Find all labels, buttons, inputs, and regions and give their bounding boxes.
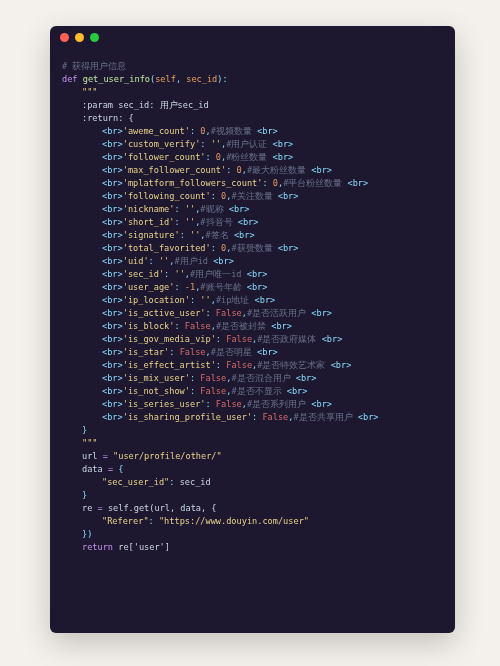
close-icon[interactable]	[60, 33, 69, 42]
window-titlebar	[50, 26, 455, 48]
code-block: # 获得用户信息def get_user_info(self, sec_id):…	[62, 60, 445, 621]
code-window: # 获得用户信息def get_user_info(self, sec_id):…	[50, 26, 455, 633]
minimize-icon[interactable]	[75, 33, 84, 42]
zoom-icon[interactable]	[90, 33, 99, 42]
